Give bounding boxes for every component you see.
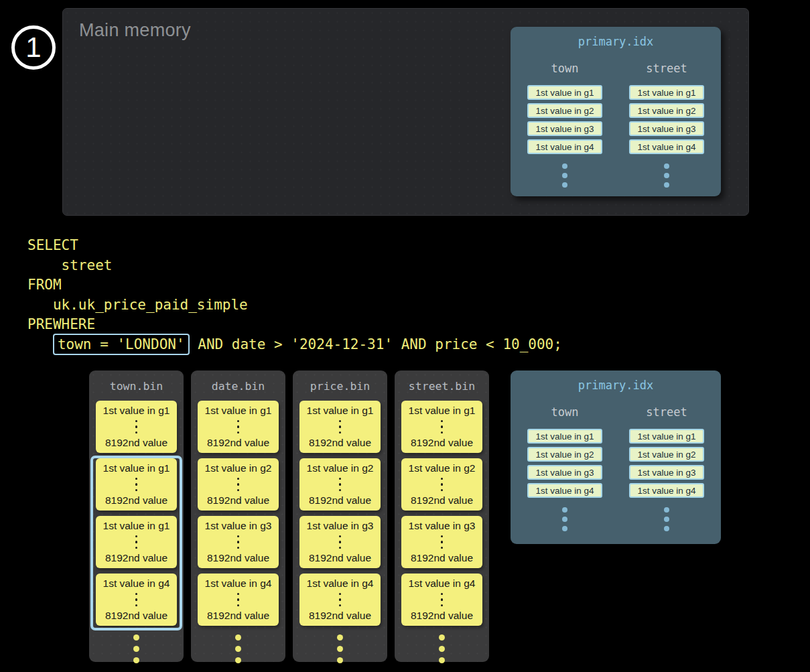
granule-last-value: 8192nd value (309, 552, 371, 564)
idx-entry-chip: 1st value in g2 (629, 447, 704, 462)
granule-last-value: 8192nd value (105, 610, 167, 622)
granule-blocks: 1st value in g1 8192nd value 1st value i… (198, 401, 279, 626)
bin-file-street: street.bin 1st value in g1 8192nd value … (395, 371, 489, 662)
granule-last-value: 8192nd value (207, 437, 269, 449)
idx-entry-chip: 1st value in g4 (527, 139, 602, 154)
granule-first-value: 1st value in g4 (205, 578, 272, 590)
granule-ellipsis-icon (135, 476, 138, 493)
diagram-canvas: 1 Main memory primary.idx town 1st value… (0, 0, 810, 672)
granule-ellipsis-icon (339, 476, 342, 493)
idx-column-header-town: town (551, 405, 579, 419)
granule-last-value: 8192nd value (105, 494, 167, 507)
granule-first-value: 1st value in g4 (307, 578, 374, 590)
primary-idx-columns: town 1st value in g1 1st value in g2 1st… (511, 405, 721, 535)
primary-idx-box-memory: primary.idx town 1st value in g1 1st val… (511, 27, 721, 196)
granule-last-value: 8192nd value (309, 610, 371, 622)
granule-first-value: 1st value in g2 (409, 462, 476, 474)
bin-file-date: date.bin 1st value in g1 8192nd value 1s… (191, 371, 285, 662)
sql-highlight-box: town = 'LONDON' (53, 334, 190, 355)
granule-block: 1st value in g4 8192nd value (299, 574, 381, 626)
granule-block: 1st value in g1 8192nd value (299, 401, 381, 453)
granule-first-value: 1st value in g4 (409, 578, 476, 590)
ellipsis-dots-icon (89, 634, 184, 669)
granule-ellipsis-icon (441, 476, 444, 493)
granule-first-value: 1st value in g1 (307, 405, 374, 417)
granule-block: 1st value in g1 8192nd value (198, 401, 279, 453)
granule-ellipsis-icon (135, 591, 138, 608)
granule-blocks: 1st value in g1 8192nd value 1st value i… (299, 401, 381, 626)
granule-ellipsis-icon (237, 591, 240, 608)
granule-first-value: 1st value in g3 (205, 520, 272, 532)
idx-entry-chip: 1st value in g3 (527, 465, 602, 480)
granule-last-value: 8192nd value (309, 437, 371, 449)
granule-first-value: 1st value in g2 (205, 462, 272, 474)
bin-file-header: town.bin (89, 371, 184, 401)
bin-file-town: town.bin 1st value in g1 8192nd value 1s… (89, 371, 184, 662)
granule-ellipsis-icon (441, 533, 444, 551)
granule-ellipsis-icon (135, 533, 138, 551)
granule-last-value: 8192nd value (411, 437, 473, 449)
ellipsis-dots-icon (664, 163, 669, 192)
granule-ellipsis-icon (441, 591, 444, 608)
ellipsis-dots-icon (562, 507, 567, 535)
ellipsis-dots-icon (395, 634, 489, 669)
granule-first-value: 1st value in g3 (307, 520, 374, 532)
idx-entry-chip: 1st value in g3 (629, 465, 704, 480)
granule-ellipsis-icon (339, 418, 342, 435)
idx-column-street: street 1st value in g1 1st value in g2 1… (629, 405, 704, 535)
idx-entry-chip: 1st value in g1 (629, 85, 704, 100)
primary-idx-title: primary.idx (511, 371, 721, 392)
granule-block: 1st value in g1 8192nd value (96, 458, 177, 511)
primary-idx-title: primary.idx (511, 27, 721, 48)
granule-first-value: 1st value in g3 (409, 520, 476, 532)
granule-last-value: 8192nd value (207, 494, 269, 507)
step-1-badge: 1 (11, 25, 56, 70)
granule-block: 1st value in g3 8192nd value (198, 516, 279, 568)
ellipsis-dots-icon (664, 507, 669, 535)
bin-file-header: street.bin (395, 371, 489, 401)
idx-entry-chip: 1st value in g4 (629, 139, 704, 154)
granule-ellipsis-icon (237, 418, 240, 435)
sql-query: SELECT street FROM uk.uk_price_paid_simp… (27, 236, 562, 354)
granule-block: 1st value in g1 8192nd value (401, 401, 482, 453)
idx-entry-chip: 1st value in g2 (527, 103, 602, 118)
idx-column-header-street: street (646, 405, 687, 419)
primary-idx-columns: town 1st value in g1 1st value in g2 1st… (511, 62, 721, 192)
granule-ellipsis-icon (441, 418, 444, 435)
granule-block: 1st value in g4 8192nd value (198, 574, 279, 626)
ellipsis-dots-icon (293, 634, 387, 669)
idx-entry-chip: 1st value in g2 (629, 103, 704, 118)
granule-last-value: 8192nd value (411, 552, 473, 564)
idx-entry-chip: 1st value in g1 (527, 429, 602, 444)
sql-tail: AND date > '2024-12-31' AND price < 10_0… (190, 336, 562, 352)
granule-block: 1st value in g4 8192nd value (401, 574, 482, 626)
idx-entry-chip: 1st value in g3 (527, 121, 602, 136)
granule-ellipsis-icon (339, 591, 342, 608)
granule-first-value: 1st value in g1 (409, 405, 476, 417)
granule-first-value: 1st value in g1 (205, 405, 272, 417)
idx-column-header-street: street (646, 62, 687, 75)
idx-entry-chip: 1st value in g2 (527, 447, 602, 462)
step-1-label: 1 (25, 33, 41, 62)
bin-file-header: date.bin (191, 371, 285, 401)
granule-block: 1st value in g3 8192nd value (401, 516, 482, 568)
granule-first-value: 1st value in g1 (103, 405, 170, 417)
idx-column-header-town: town (551, 62, 579, 75)
granule-last-value: 8192nd value (105, 437, 167, 449)
idx-column-town: town 1st value in g1 1st value in g2 1st… (527, 62, 602, 192)
granule-ellipsis-icon (135, 418, 138, 435)
granule-last-value: 8192nd value (207, 552, 269, 564)
idx-entry-chip: 1st value in g4 (629, 483, 704, 498)
bin-file-price: price.bin 1st value in g1 8192nd value 1… (293, 371, 387, 662)
granule-last-value: 8192nd value (411, 610, 473, 622)
granule-block: 1st value in g1 8192nd value (96, 401, 177, 453)
idx-entry-chip: 1st value in g1 (629, 429, 704, 444)
granule-blocks: 1st value in g1 8192nd value 1st value i… (401, 401, 482, 626)
granule-first-value: 1st value in g1 (103, 520, 170, 532)
granule-last-value: 8192nd value (105, 552, 167, 564)
idx-column-town: town 1st value in g1 1st value in g2 1st… (527, 405, 602, 535)
granule-block: 1st value in g3 8192nd value (299, 516, 381, 568)
granule-first-value: 1st value in g1 (103, 462, 170, 474)
granule-ellipsis-icon (339, 533, 342, 551)
granule-first-value: 1st value in g4 (103, 578, 170, 590)
